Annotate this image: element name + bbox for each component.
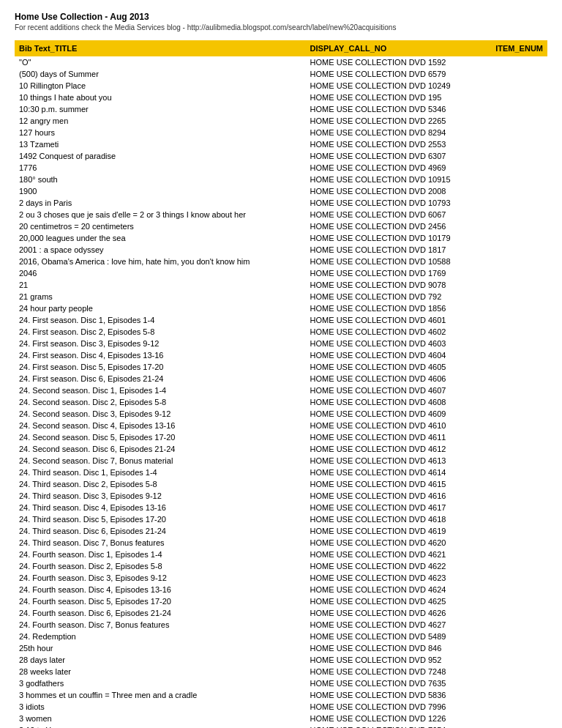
table-row: 24. Fourth season. Disc 6, Episodes 21-2…: [15, 607, 547, 619]
cell-call: HOME USE COLLECTION DVD 10179: [306, 232, 492, 244]
table-row: 10 things I hate about youHOME USE COLLE…: [15, 92, 547, 103]
cell-title: 24. Fourth season. Disc 3, Episodes 9-12: [15, 572, 306, 584]
cell-enum: [491, 619, 547, 631]
cell-enum: [491, 209, 547, 220]
cell-title: 12 angry men: [15, 115, 306, 127]
cell-title: 21: [15, 279, 306, 291]
table-row: 24. Third season. Disc 5, Episodes 17-20…: [15, 513, 547, 525]
cell-enum: [491, 443, 547, 455]
cell-enum: [491, 244, 547, 256]
cell-call: HOME USE COLLECTION DVD 4618: [306, 513, 492, 525]
cell-call: HOME USE COLLECTION DVD 6067: [306, 209, 492, 220]
table-row: 24. Third season. Disc 7, Bonus features…: [15, 537, 547, 549]
table-row: 127 hoursHOME USE COLLECTION DVD 8294: [15, 127, 547, 138]
cell-call: HOME USE COLLECTION DVD 8294: [306, 127, 492, 138]
cell-call: HOME USE COLLECTION DVD 4626: [306, 607, 492, 619]
cell-enum: [491, 291, 547, 302]
cell-call: HOME USE COLLECTION DVD 4602: [306, 326, 492, 338]
cell-enum: [491, 220, 547, 232]
cell-call: HOME USE COLLECTION DVD 1769: [306, 267, 492, 279]
cell-enum: [491, 513, 547, 525]
table-row: 2046HOME USE COLLECTION DVD 1769: [15, 267, 547, 279]
cell-title: 24. Redemption: [15, 631, 306, 642]
cell-title: 2016, Obama's America : love him, hate h…: [15, 256, 306, 267]
table-row: 3:10 to YumaHOME USE COLLECTION DVD 7654: [15, 724, 547, 728]
table-row: 21HOME USE COLLECTION DVD 9078: [15, 279, 547, 291]
cell-call: HOME USE COLLECTION DVD 2008: [306, 185, 492, 197]
table-row: 24. Second season. Disc 1, Episodes 1-4H…: [15, 385, 547, 396]
cell-title: 127 hours: [15, 127, 306, 138]
cell-enum: [491, 385, 547, 396]
table-row: 24. RedemptionHOME USE COLLECTION DVD 54…: [15, 631, 547, 642]
cell-title: 24. Third season. Disc 7, Bonus features: [15, 537, 306, 549]
cell-call: HOME USE COLLECTION DVD 7635: [306, 677, 492, 689]
cell-enum: [491, 349, 547, 361]
table-row: 21 gramsHOME USE COLLECTION DVD 792: [15, 291, 547, 302]
cell-title: 2 ou 3 choses que je sais d'elle = 2 or …: [15, 209, 306, 220]
cell-enum: [491, 267, 547, 279]
cell-call: HOME USE COLLECTION DVD 4608: [306, 396, 492, 408]
table-row: 24. First season. Disc 4, Episodes 13-16…: [15, 349, 547, 361]
table-row: 1776HOME USE COLLECTION DVD 4969: [15, 162, 547, 174]
cell-call: HOME USE COLLECTION DVD 1592: [306, 56, 492, 68]
cell-enum: [491, 68, 547, 80]
table-row: (500) days of SummerHOME USE COLLECTION …: [15, 68, 547, 80]
page-header: Home Use Collection - Aug 2013 For recen…: [15, 12, 547, 31]
table-row: 24. Fourth season. Disc 1, Episodes 1-4H…: [15, 549, 547, 560]
cell-title: 24. Fourth season. Disc 2, Episodes 5-8: [15, 560, 306, 572]
cell-call: HOME USE COLLECTION DVD 4605: [306, 361, 492, 373]
cell-call: HOME USE COLLECTION DVD 4622: [306, 560, 492, 572]
cell-title: 24. Second season. Disc 3, Episodes 9-12: [15, 408, 306, 420]
table-row: 1492 Conquest of paradiseHOME USE COLLEC…: [15, 150, 547, 162]
cell-title: 180° south: [15, 174, 306, 185]
cell-title: 24. Third season. Disc 2, Episodes 5-8: [15, 478, 306, 490]
cell-call: HOME USE COLLECTION DVD 792: [306, 291, 492, 302]
table-row: 24. Third season. Disc 4, Episodes 13-16…: [15, 502, 547, 513]
cell-title: 24. Fourth season. Disc 4, Episodes 13-1…: [15, 584, 306, 595]
cell-call: HOME USE COLLECTION DVD 4615: [306, 478, 492, 490]
cell-enum: [491, 80, 547, 92]
cell-call: HOME USE COLLECTION DVD 10793: [306, 197, 492, 209]
cell-call: HOME USE COLLECTION DVD 4611: [306, 431, 492, 443]
cell-call: HOME USE COLLECTION DVD 1856: [306, 302, 492, 314]
cell-enum: [491, 654, 547, 666]
cell-title: 24. Second season. Disc 2, Episodes 5-8: [15, 396, 306, 408]
cell-call: HOME USE COLLECTION DVD 5836: [306, 689, 492, 701]
cell-call: HOME USE COLLECTION DVD 2265: [306, 115, 492, 127]
table-row: 24. Second season. Disc 4, Episodes 13-1…: [15, 420, 547, 431]
table-row: 3 godfathersHOME USE COLLECTION DVD 7635: [15, 677, 547, 689]
col-header-call: DISPLAY_CALL_NO: [306, 40, 492, 56]
cell-call: HOME USE COLLECTION DVD 2553: [306, 138, 492, 150]
table-row: 24. Fourth season. Disc 7, Bonus feature…: [15, 619, 547, 631]
cell-call: HOME USE COLLECTION DVD 4606: [306, 373, 492, 385]
cell-enum: [491, 502, 547, 513]
cell-call: HOME USE COLLECTION DVD 4619: [306, 525, 492, 537]
cell-title: 3:10 to Yuma: [15, 724, 306, 728]
cell-enum: [491, 631, 547, 642]
cell-title: 3 women: [15, 713, 306, 724]
cell-enum: [491, 478, 547, 490]
table-row: 25th hourHOME USE COLLECTION DVD 846: [15, 642, 547, 654]
table-row: 3 hommes et un couffin = Three men and a…: [15, 689, 547, 701]
cell-enum: [491, 138, 547, 150]
cell-title: 24. First season. Disc 3, Episodes 9-12: [15, 338, 306, 349]
cell-title: 10 Rillington Place: [15, 80, 306, 92]
cell-call: HOME USE COLLECTION DVD 10249: [306, 80, 492, 92]
table-row: 24. Third season. Disc 6, Episodes 21-24…: [15, 525, 547, 537]
cell-title: 24. Second season. Disc 6, Episodes 21-2…: [15, 443, 306, 455]
cell-call: HOME USE COLLECTION DVD 4603: [306, 338, 492, 349]
cell-enum: [491, 197, 547, 209]
table-row: 10 Rillington PlaceHOME USE COLLECTION D…: [15, 80, 547, 92]
cell-call: HOME USE COLLECTION DVD 846: [306, 642, 492, 654]
cell-call: HOME USE COLLECTION DVD 7248: [306, 666, 492, 677]
cell-title: 24. Second season. Disc 7, Bonus materia…: [15, 455, 306, 467]
cell-title: 10:30 p.m. summer: [15, 103, 306, 115]
cell-call: HOME USE COLLECTION DVD 4969: [306, 162, 492, 174]
table-row: 180° southHOME USE COLLECTION DVD 10915: [15, 174, 547, 185]
cell-title: 2001 : a space odyssey: [15, 244, 306, 256]
cell-title: 24. First season. Disc 5, Episodes 17-20: [15, 361, 306, 373]
cell-title: 20,000 leagues under the sea: [15, 232, 306, 244]
cell-enum: [491, 689, 547, 701]
cell-enum: [491, 490, 547, 502]
main-table: Bib Text_TITLE DISPLAY_CALL_NO ITEM_ENUM…: [15, 40, 547, 728]
